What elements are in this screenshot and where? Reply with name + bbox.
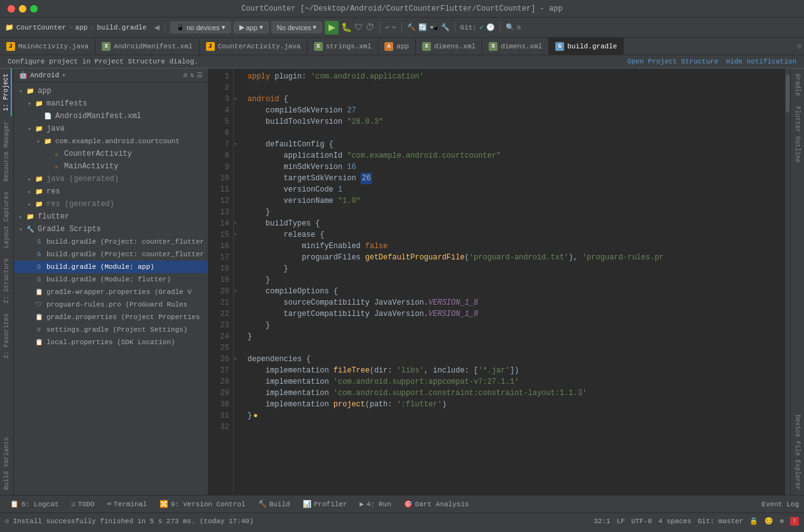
build-tab[interactable]: 🔨 Build	[253, 498, 295, 510]
cursor-position[interactable]: 32:1	[594, 518, 610, 525]
tree-item-androidmanifest[interactable]: ▾ 📄 AndroidManifest.xml	[14, 110, 208, 122]
project-tab[interactable]: 1: Project	[1, 68, 12, 116]
profile-icon[interactable]: ⏱	[366, 23, 374, 33]
tree-item-build-gradle-project2[interactable]: ▾ G build.gradle (Project: counter_flutt…	[14, 248, 208, 261]
tree-item-package[interactable]: ▾ 📁 com.example.android.courtcount	[14, 135, 208, 148]
scrollbar-thumb[interactable]	[786, 75, 790, 112]
toolbar-breadcrumb-root[interactable]: CourtCounter	[16, 24, 66, 31]
tree-item-build-gradle-project1[interactable]: ▾ G build.gradle (Project: counter_flutt…	[14, 236, 208, 248]
tree-item-app[interactable]: ▾ 📁 app	[14, 85, 208, 97]
code-line-19: }	[247, 274, 785, 286]
version-control-tab[interactable]: 🔀 9: Version Control	[155, 498, 251, 510]
sdk-icon[interactable]: 🔧	[441, 23, 450, 31]
build-icon[interactable]: 🔨	[407, 23, 416, 31]
fold-btn-20[interactable]: ▾	[234, 286, 242, 297]
no-devices-dropdown[interactable]: No devices ▾	[271, 21, 322, 33]
tree-item-res-generated[interactable]: ▸ 📁 res (generated)	[14, 198, 208, 210]
tab-strings[interactable]: X strings.xml	[308, 38, 379, 55]
tab-dimens1[interactable]: X dimens.xml	[416, 38, 482, 55]
tree-item-build-gradle-app[interactable]: ▾ G build.gradle (Module: app)	[14, 261, 208, 273]
gradle-panel-tab[interactable]: Gradle	[793, 68, 802, 101]
run-icon: ▶	[239, 23, 244, 31]
profiler-tab[interactable]: 📊 Profiler	[298, 498, 352, 510]
git-check-icon[interactable]: ✓	[479, 23, 484, 31]
project-tree: ▾ 📁 app ▾ 📁 manifests ▾ 📄 AndroidManifes…	[14, 82, 208, 495]
git-clock-icon[interactable]: 🕐	[486, 23, 495, 31]
run-button[interactable]: ▶	[325, 21, 339, 35]
event-log-tab[interactable]: Event Log	[762, 501, 799, 508]
todo-tab[interactable]: ☑ TODO	[66, 498, 99, 510]
settings-icon[interactable]: ⚙	[517, 23, 521, 31]
maximize-button[interactable]	[30, 5, 38, 13]
dart-analysis-tab[interactable]: 🎯 Dart Analysis	[399, 498, 474, 510]
terminal-tab[interactable]: ⌨ Terminal	[102, 498, 151, 510]
sync-icon[interactable]: 🔄	[418, 23, 427, 31]
run-tab[interactable]: ▶ 4: Run	[355, 498, 396, 510]
tree-item-res[interactable]: ▸ 📁 res	[14, 185, 208, 198]
code-line-24: }	[247, 331, 785, 342]
toolbar-breadcrumb-file[interactable]: build.gradle	[97, 24, 146, 31]
app-config-dropdown[interactable]: ▶ app ▾	[234, 21, 269, 33]
tree-item-gradle-wrapper[interactable]: ▾ 📋 gradle-wrapper.properties (Gradle V	[14, 286, 208, 298]
code-line-25	[247, 342, 785, 354]
tree-item-counter-activity[interactable]: ▾ ☕ CounterActivity	[14, 148, 208, 160]
structure-tab[interactable]: Z: Structure	[2, 253, 11, 308]
device-file-explorer-tab[interactable]: Device File Explorer	[793, 410, 802, 495]
fold-btn-26[interactable]: ▾	[234, 354, 242, 365]
avd-icon[interactable]: 📲	[430, 23, 438, 31]
back-icon[interactable]: ◀	[154, 22, 159, 33]
android-dropdown-arrow[interactable]: ▾	[62, 71, 66, 79]
fold-btn-14[interactable]: ▾	[234, 218, 242, 229]
tab-app[interactable]: A app	[378, 38, 416, 55]
tree-label: java (generated)	[46, 175, 119, 183]
tab-main-activity[interactable]: J MainActivity.java	[0, 38, 95, 55]
hide-notification-link[interactable]: Hide notification	[726, 58, 796, 65]
tree-item-proguard[interactable]: ▾ 🛡 proguard-rules.pro (ProGuard Rules	[14, 298, 208, 311]
tree-item-java-generated[interactable]: ▸ 📁 java (generated)	[14, 173, 208, 185]
fold-btn-3[interactable]: ▾	[234, 94, 242, 105]
tree-item-local-properties[interactable]: ▾ 📋 local.properties (SDK Location)	[14, 336, 208, 349]
indent[interactable]: 4 spaces	[658, 518, 692, 525]
tree-item-flutter[interactable]: ▸ 📁 flutter	[14, 210, 208, 223]
tab-android-manifest[interactable]: X AndroidManifest.xml	[95, 38, 199, 55]
layout-captures-tab[interactable]: Layout Captures	[2, 187, 11, 253]
window-title: CourtCounter [~/Desktop/Android/CourtCou…	[241, 4, 562, 13]
tree-item-manifests[interactable]: ▾ 📁 manifests	[14, 97, 208, 110]
resource-manager-tab[interactable]: Resource Manager	[2, 116, 11, 187]
debug-icon[interactable]: 🐛	[341, 22, 352, 33]
minimize-button[interactable]	[19, 5, 26, 13]
editor-scrollbar[interactable]	[785, 68, 790, 495]
settings-icon2[interactable]: ☰	[197, 71, 203, 79]
sort-icon[interactable]: ⇅	[190, 71, 194, 79]
tab-dimens2[interactable]: X dimens.xml	[482, 38, 549, 55]
flutter-outline-tab[interactable]: Flutter Outline	[793, 101, 802, 168]
tree-item-build-gradle-flutter[interactable]: ▾ G build.gradle (Module: flutter)	[14, 273, 208, 286]
encoding[interactable]: UTF-8	[631, 518, 652, 525]
coverage-icon[interactable]: 🛡	[354, 23, 363, 33]
code-line-10: targetSdkVersion 26	[247, 173, 785, 184]
tab-counter-activity[interactable]: J CounterActivity.java	[200, 38, 308, 55]
undo-icon[interactable]: ↩	[385, 23, 389, 31]
close-button[interactable]	[8, 5, 15, 13]
tab-build-gradle[interactable]: G build.gradle	[549, 38, 624, 55]
open-project-structure-link[interactable]: Open Project Structure	[627, 58, 719, 65]
device-dropdown[interactable]: 📱 no devices ▾	[170, 21, 231, 33]
favorites-tab[interactable]: 2: Favorites	[2, 308, 11, 364]
code-content[interactable]: apply plugin: 'com.android.application' …	[242, 68, 785, 495]
gear-icon[interactable]: ⚙	[183, 71, 188, 79]
run-label: 4: Run	[366, 501, 391, 508]
fold-btn-7[interactable]: ▾	[234, 139, 242, 150]
git-branch[interactable]: Git: master	[698, 518, 744, 525]
tree-item-gradle-properties[interactable]: ▾ 📋 gradle.properties (Project Propertie…	[14, 311, 208, 323]
search-icon[interactable]: 🔍	[506, 23, 514, 31]
fold-btn-15[interactable]: ▾	[234, 229, 242, 241]
toolbar-breadcrumb-app[interactable]: app	[75, 24, 88, 31]
build-variants-tab[interactable]: Build Variants	[2, 432, 11, 495]
tree-item-gradle-scripts[interactable]: ▾ 🔧 Gradle Scripts	[14, 223, 208, 236]
tree-item-settings-gradle[interactable]: ▾ ⚙ settings.gradle (Project Settings)	[14, 323, 208, 336]
tab-expand-icon[interactable]: ⊞	[795, 38, 804, 55]
redo-icon[interactable]: ↪	[392, 23, 396, 31]
logcat-tab[interactable]: 📋 6: Logcat	[5, 498, 63, 510]
tree-item-java[interactable]: ▾ 📁 java	[14, 122, 208, 135]
tree-item-main-activity[interactable]: ▾ ☕ MainActivity	[14, 160, 208, 173]
